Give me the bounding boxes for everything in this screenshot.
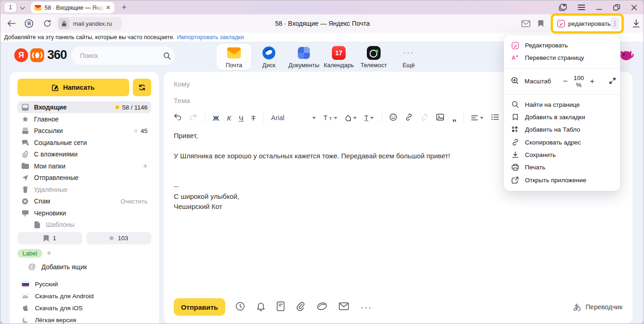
- emoji-button[interactable]: [389, 113, 397, 123]
- link-button[interactable]: [405, 113, 413, 123]
- folder-priority[interactable]: Главное: [17, 113, 151, 125]
- to-input[interactable]: [174, 75, 505, 92]
- italic-button[interactable]: К: [227, 114, 231, 122]
- edit-page-button-highlighted[interactable]: редактировать ⋮: [551, 13, 624, 34]
- more-services-icon: ···: [403, 48, 414, 58]
- browser-tab[interactable]: 58 · Входящие — Янде ✕: [31, 2, 114, 13]
- dot-counter-pill[interactable]: 103: [86, 232, 151, 244]
- mail-notifications-icon[interactable]: [520, 14, 532, 33]
- attach-from-disk-icon[interactable]: [317, 302, 327, 312]
- menu-item-add-bookmark[interactable]: Добавить в закладки: [504, 111, 620, 123]
- downloads-icon[interactable]: [630, 14, 642, 33]
- chevron-down-icon: [353, 117, 357, 119]
- send-button[interactable]: Отправить: [174, 298, 225, 316]
- new-tab-button[interactable]: +: [119, 2, 129, 12]
- download-ios-link[interactable]: Скачать для iOS: [21, 302, 154, 314]
- attach-from-mail-icon[interactable]: [339, 302, 349, 312]
- language-switch[interactable]: Русский: [21, 278, 154, 290]
- menu-item-save[interactable]: Сохранить: [504, 149, 620, 161]
- redo-icon[interactable]: [189, 114, 197, 122]
- bullet-list-button[interactable]: [491, 114, 499, 122]
- text-color-select[interactable]: Т: [365, 114, 374, 122]
- service-disk[interactable]: Диск: [251, 44, 286, 70]
- align-select[interactable]: [471, 115, 484, 121]
- tabs-chevron-down-icon[interactable]: [20, 4, 25, 12]
- font-family-select[interactable]: Arial: [271, 114, 316, 122]
- download-android-link[interactable]: Скачать для Android: [21, 290, 154, 302]
- moon-icon: [21, 317, 29, 323]
- tab-close-icon[interactable]: ✕: [106, 5, 111, 11]
- quote-button[interactable]: „: [452, 113, 456, 123]
- menu-item-copy-address[interactable]: Скопировать адрес: [504, 136, 620, 148]
- subject-field[interactable]: [174, 92, 505, 109]
- zoom-out-button[interactable]: −: [563, 77, 568, 86]
- minimize-window-icon[interactable]: [596, 5, 602, 10]
- tab-count-button[interactable]: 1: [4, 2, 17, 12]
- service-telemost[interactable]: Телемост: [356, 44, 391, 70]
- zoom-in-button[interactable]: +: [590, 77, 594, 86]
- close-window-icon[interactable]: [631, 5, 637, 11]
- folder-spam[interactable]: Спам Очистить: [17, 196, 151, 208]
- compose-button[interactable]: Написать: [17, 79, 129, 96]
- restore-window-icon[interactable]: [613, 4, 620, 11]
- folder-my-folders[interactable]: Мои папки +: [17, 160, 151, 172]
- menu-item-find[interactable]: Найти на странице: [504, 98, 620, 111]
- search-input[interactable]: [80, 52, 163, 59]
- yandex-browser-icon[interactable]: Я: [23, 14, 34, 33]
- import-bookmarks-link[interactable]: Импортировать закладки: [177, 34, 244, 40]
- side-panel-icon[interactable]: [559, 4, 567, 11]
- label-tag[interactable]: Label: [17, 249, 42, 258]
- highlight-color-select[interactable]: [345, 115, 357, 122]
- strikethrough-button[interactable]: Т: [251, 114, 256, 122]
- bookmarks-flag-icon[interactable]: [535, 14, 546, 33]
- light-version-link[interactable]: Лёгкая версия: [21, 314, 154, 324]
- template-note-icon[interactable]: [277, 301, 285, 313]
- yandex-360-logo[interactable]: Я 360: [14, 48, 67, 62]
- folder-newsletters[interactable]: Рассылки 45: [17, 125, 151, 137]
- browser-menu-icon[interactable]: [578, 5, 585, 10]
- underline-button[interactable]: Ч: [239, 114, 244, 122]
- bookmarked-counter-pill[interactable]: 1: [17, 232, 82, 244]
- add-label-icon[interactable]: +: [47, 249, 51, 258]
- folder-social[interactable]: Социальные сети: [17, 137, 151, 149]
- folder-drafts[interactable]: Черновики: [17, 207, 151, 219]
- folder-templates[interactable]: Шаблоны: [17, 219, 151, 231]
- folder-deleted[interactable]: Удалённые: [17, 184, 151, 196]
- unlink-button[interactable]: [421, 113, 428, 123]
- schedule-send-icon[interactable]: [235, 301, 245, 313]
- translate-page-icon: A: [511, 54, 519, 61]
- address-bar[interactable]: mail.yandex.ru: [57, 17, 122, 30]
- font-size-select[interactable]: Tт: [324, 114, 337, 122]
- refresh-icon[interactable]: [42, 14, 53, 33]
- menu-item-add-tableau[interactable]: Добавить на Табло: [504, 123, 620, 136]
- service-documents[interactable]: Документы: [286, 44, 321, 70]
- clear-spam-button[interactable]: Очистить: [120, 198, 148, 205]
- undo-icon[interactable]: [174, 114, 182, 122]
- folder-sent[interactable]: Отправленные: [17, 172, 151, 184]
- service-calendar[interactable]: 17 Календарь: [321, 44, 356, 70]
- menu-item-translate[interactable]: A Перевести страницу: [504, 52, 620, 64]
- translator-button[interactable]: あ Переводчик: [573, 302, 622, 312]
- menu-item-open-app[interactable]: Открыть приложение: [504, 174, 620, 186]
- fullscreen-icon[interactable]: [609, 77, 616, 86]
- folder-attachments[interactable]: С вложениями: [17, 149, 151, 161]
- menu-item-edit[interactable]: Редактировать: [504, 39, 620, 52]
- mail-search[interactable]: [72, 46, 175, 65]
- add-folder-icon[interactable]: +: [143, 162, 148, 171]
- lock-icon[interactable]: [58, 18, 69, 29]
- back-icon[interactable]: [6, 14, 17, 33]
- refresh-mail-button[interactable]: [133, 79, 151, 96]
- edit-kebab-menu-icon[interactable]: ⋮: [610, 17, 619, 29]
- folder-inbox[interactable]: Входящие 58 / 1146: [17, 101, 151, 113]
- service-mail[interactable]: Почта: [217, 44, 251, 70]
- menu-item-print[interactable]: Печать: [504, 161, 620, 174]
- add-mailbox[interactable]: @ Добавить ящик: [28, 262, 87, 272]
- bold-button[interactable]: Ж: [213, 114, 219, 122]
- reminder-bell-icon[interactable]: [256, 301, 265, 313]
- attach-file-icon[interactable]: [296, 301, 305, 313]
- subject-input[interactable]: [174, 92, 505, 109]
- insert-image-button[interactable]: [436, 114, 444, 122]
- more-options-icon[interactable]: ···: [360, 302, 372, 312]
- to-field[interactable]: [174, 75, 505, 92]
- service-more[interactable]: ··· Ещё: [391, 44, 426, 70]
